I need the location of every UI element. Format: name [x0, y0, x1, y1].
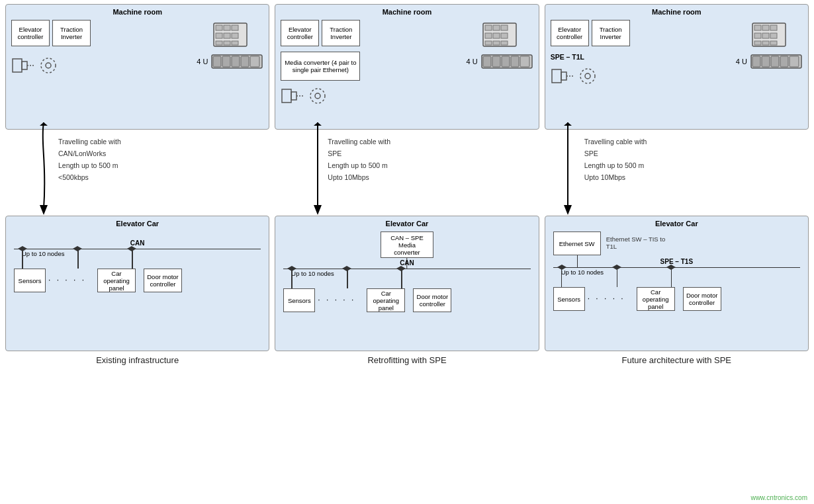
svg-point-61	[580, 69, 595, 83]
label-4u-2: 4 U	[467, 58, 478, 65]
svg-rect-77	[780, 56, 788, 67]
caption-1: Existing infrastructure	[5, 351, 269, 366]
svg-rect-32	[291, 92, 296, 100]
nodes-label-3: Up to 10 nodes	[561, 269, 604, 276]
svg-point-4	[46, 63, 51, 68]
column-future: Machine room Elevator controller Tractio…	[545, 4, 809, 366]
column-existing: Machine room Sensors Elevator controller…	[5, 4, 269, 366]
svg-rect-8	[232, 25, 238, 30]
spe-t1l-label: SPE – T1L	[551, 53, 630, 61]
svg-rect-78	[790, 56, 799, 67]
svg-rect-39	[501, 25, 508, 30]
svg-rect-41	[493, 33, 500, 38]
svg-marker-30	[314, 122, 322, 126]
car-operating-panel-box-3: Car operating panel	[637, 287, 675, 311]
svg-marker-86	[671, 265, 676, 270]
svg-rect-75	[762, 56, 770, 67]
nodes-label-2: Up to 10 nodes	[291, 270, 334, 277]
spe-bus-line	[553, 267, 800, 268]
svg-rect-69	[770, 33, 777, 38]
svg-marker-57	[401, 266, 406, 271]
svg-marker-82	[562, 265, 566, 270]
car-operating-panel-box-2: Car operating panel	[367, 288, 405, 312]
elevator-car-title-2: Elevator Car	[281, 220, 533, 228]
svg-marker-25	[73, 246, 77, 251]
machine-room-title-1: Machine room	[11, 8, 263, 16]
svg-point-34	[310, 89, 325, 103]
svg-rect-11	[232, 33, 238, 38]
cable-info-3: Travelling cable with SPE Length up to 5…	[545, 130, 809, 216]
svg-marker-26	[77, 246, 82, 251]
sensors-box-2: Sensors	[283, 288, 315, 312]
svg-rect-66	[770, 25, 777, 30]
elevator-car-title-1: Elevator Car	[11, 220, 263, 228]
sensors-box-3: Sensors	[553, 287, 585, 311]
elevator-car-existing: Elevator Car CAN Up to 10 nodes	[5, 216, 269, 351]
label-4u-1: 4 U	[197, 58, 208, 65]
motor-graphic-2	[480, 20, 520, 50]
traction-inverter-box-3: Traction Inverter	[592, 20, 630, 46]
svg-rect-20	[250, 56, 259, 67]
down-arrow-2	[310, 122, 326, 215]
caption-2: Retrofitting with SPE	[275, 351, 539, 366]
media-converter-box: Media converter (4 pair to single pair E…	[281, 52, 360, 81]
can-spe-converter-box: CAN – SPE Media converter	[381, 231, 433, 258]
svg-marker-28	[132, 246, 136, 251]
svg-marker-27	[127, 246, 132, 251]
dots-3: · · · · ·	[588, 294, 625, 303]
machine-room-title-2: Machine room	[281, 8, 533, 16]
cable-device-2	[480, 52, 533, 71]
machine-room-title-3: Machine room	[551, 8, 803, 16]
svg-rect-0	[13, 59, 22, 72]
cable-device-1	[210, 52, 263, 71]
svg-rect-68	[762, 33, 769, 38]
spe-t1s-label: SPE – T1S	[660, 258, 693, 265]
machine-room-future: Machine room Elevator controller Tractio…	[545, 4, 809, 130]
connector-symbol-3	[551, 66, 576, 86]
svg-rect-47	[483, 56, 491, 67]
motor-graphic-1	[210, 20, 250, 50]
label-4u-3: 4 U	[736, 58, 747, 65]
svg-marker-55	[347, 266, 351, 271]
svg-rect-43	[485, 41, 492, 45]
svg-marker-80	[564, 122, 572, 126]
dots-2: · · · · ·	[318, 295, 355, 304]
svg-marker-85	[666, 265, 671, 270]
door-motor-box-3: Door motor controller	[683, 287, 721, 311]
svg-marker-52	[287, 266, 292, 271]
svg-rect-50	[511, 56, 519, 67]
dots-1: · · · · ·	[48, 275, 86, 284]
svg-rect-1	[22, 62, 27, 69]
svg-marker-84	[617, 265, 621, 270]
svg-rect-7	[224, 25, 230, 30]
elevator-controller-box-1: Sensors Elevator controller	[11, 20, 50, 46]
connector-symbol-2	[281, 86, 306, 106]
svg-marker-54	[342, 266, 347, 271]
svg-rect-59	[561, 72, 566, 80]
traction-inverter-box-1: Traction Inverter	[52, 20, 91, 46]
svg-rect-70	[754, 41, 761, 45]
svg-marker-23	[18, 246, 23, 251]
svg-marker-29	[314, 205, 322, 215]
svg-marker-22	[40, 122, 48, 126]
svg-rect-58	[552, 69, 561, 83]
door-motor-box-1: Door motor controller	[144, 269, 182, 292]
motor-graphic-3	[749, 20, 789, 50]
svg-rect-64	[754, 25, 761, 30]
ethernet-sw-box: Ethernet SW	[553, 231, 601, 255]
elevator-car-title-3: Elevator Car	[551, 220, 803, 228]
watermark: www.cntronics.com	[750, 494, 807, 501]
svg-marker-21	[40, 205, 48, 215]
door-motor-box-2: Door motor controller	[413, 288, 451, 312]
svg-point-62	[585, 73, 590, 79]
svg-marker-81	[557, 265, 562, 270]
svg-point-35	[315, 93, 320, 99]
svg-rect-19	[241, 56, 249, 67]
svg-rect-74	[752, 56, 760, 67]
svg-marker-53	[292, 266, 296, 271]
svg-marker-56	[396, 266, 401, 271]
elevator-car-retrofitting: Elevator Car CAN – SPE Media converter C…	[275, 216, 539, 351]
column-retrofitting: Machine room Elevator controller Tractio…	[275, 4, 539, 366]
nodes-label-1: Up to 10 nodes	[22, 250, 64, 257]
svg-rect-71	[762, 41, 769, 45]
